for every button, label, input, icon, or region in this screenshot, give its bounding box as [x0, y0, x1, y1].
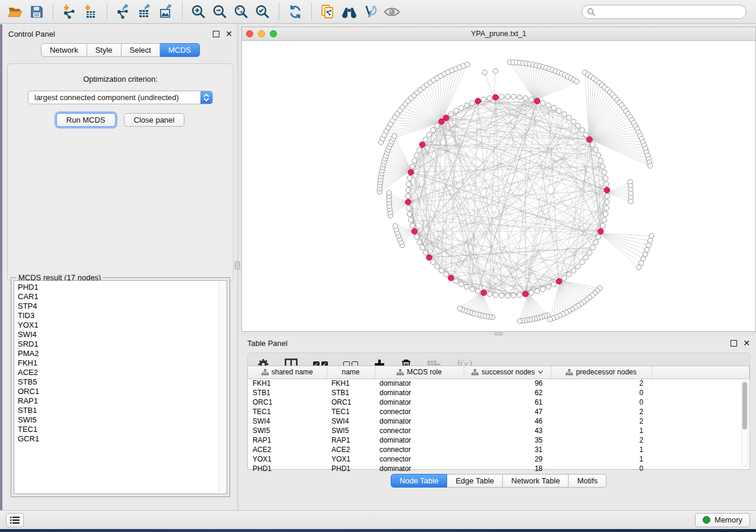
table-cell[interactable]: 18 [464, 464, 551, 473]
table-row[interactable]: STB1STB1dominator620 [248, 388, 749, 398]
show-graphics-button[interactable] [381, 2, 403, 21]
table-cell[interactable]: 43 [464, 426, 551, 435]
table-cell[interactable]: PHD1 [248, 464, 327, 473]
float-panel-icon[interactable] [731, 340, 737, 347]
table-row[interactable]: FKH1FKH1dominator962 [248, 379, 749, 388]
refresh-network-button[interactable] [285, 2, 306, 21]
table-cell[interactable]: 61 [464, 398, 551, 407]
table-cell[interactable]: dominator [375, 435, 464, 445]
table-cell[interactable]: 2 [551, 435, 652, 445]
close-panel-icon[interactable]: ✕ [743, 340, 750, 347]
table-cell[interactable]: ACE2 [327, 445, 375, 454]
tab-network-table[interactable]: Network Table [503, 474, 569, 488]
mcds-result-item[interactable]: SRD1 [18, 339, 227, 349]
table-cell[interactable]: YOX1 [327, 454, 375, 464]
table-cell[interactable] [652, 454, 749, 464]
mcds-result-list[interactable]: PHD1CAR1STP4TID3YOX1SWI4SRD1PMA2FKH1ACE2… [14, 280, 227, 494]
mcds-result-item[interactable]: SWI5 [18, 415, 227, 425]
column-header-shared-name[interactable]: shared name [248, 366, 327, 379]
network-overview-button[interactable] [339, 2, 360, 21]
table-cell[interactable]: RAP1 [248, 435, 327, 445]
tab-style[interactable]: Style [87, 43, 122, 57]
table-cell[interactable]: 1 [551, 445, 652, 454]
table-cell[interactable] [652, 445, 749, 454]
task-history-button[interactable] [6, 513, 24, 527]
tab-select[interactable]: Select [122, 43, 160, 57]
table-cell[interactable]: SWI5 [248, 426, 327, 435]
mcds-result-item[interactable]: RAP1 [18, 396, 227, 406]
splitter-handle[interactable] [495, 332, 503, 335]
table-cell[interactable]: ACE2 [248, 445, 327, 454]
table-cell[interactable] [652, 407, 749, 416]
mcds-result-item[interactable]: TID3 [18, 311, 227, 321]
mcds-result-item[interactable]: STP4 [18, 302, 227, 311]
export-network-button[interactable] [113, 2, 134, 21]
mcds-result-item[interactable]: YOX1 [18, 321, 227, 330]
table-row[interactable]: ACE2ACE2connector311 [248, 445, 749, 454]
table-cell[interactable]: FKH1 [248, 379, 327, 388]
table-scrollbar[interactable] [741, 380, 748, 467]
table-cell[interactable]: 1 [551, 454, 652, 464]
zoom-selected-button[interactable] [252, 2, 273, 21]
table-cell[interactable]: FKH1 [327, 379, 375, 388]
table-cell[interactable]: TEC1 [327, 407, 375, 416]
zoom-in-button[interactable] [188, 2, 209, 21]
horizontal-splitter[interactable] [241, 332, 756, 336]
mcds-result-item[interactable]: PMA2 [18, 349, 227, 358]
search-box[interactable] [582, 5, 747, 19]
table-cell[interactable]: STB1 [248, 388, 327, 398]
table-cell[interactable] [652, 379, 749, 388]
table-cell[interactable]: 2 [551, 416, 652, 426]
node-table-header[interactable]: shared namenameMCDS rolesuccessor nodesp… [248, 366, 749, 379]
table-cell[interactable]: connector [375, 454, 464, 464]
mcds-result-item[interactable]: TEC1 [18, 425, 227, 434]
table-row[interactable]: RAP1RAP1dominator352 [248, 435, 749, 445]
hide-labels-button[interactable] [360, 2, 381, 21]
table-cell[interactable] [652, 398, 749, 407]
tab-edge-table[interactable]: Edge Table [447, 474, 503, 488]
mcds-result-item[interactable]: STB1 [18, 406, 227, 415]
mcds-result-item[interactable]: GCR1 [18, 434, 227, 444]
table-row[interactable]: ORC1ORC1dominator610 [248, 398, 749, 407]
clone-network-button[interactable] [317, 2, 339, 21]
table-cell[interactable] [652, 464, 749, 473]
table-cell[interactable]: SWI4 [248, 416, 327, 426]
tab-motifs[interactable]: Motifs [569, 474, 607, 488]
mcds-result-item[interactable]: ACE2 [18, 368, 227, 377]
table-cell[interactable]: dominator [375, 464, 464, 473]
mcds-result-item[interactable]: PHD1 [18, 283, 227, 292]
column-header-successor-nodes[interactable]: successor nodes [464, 366, 551, 379]
table-cell[interactable]: 35 [464, 435, 551, 445]
table-cell[interactable]: TEC1 [248, 407, 327, 416]
table-cell[interactable]: dominator [375, 379, 464, 388]
node-table[interactable]: shared namenameMCDS rolesuccessor nodesp… [248, 366, 749, 473]
save-session-button[interactable] [26, 2, 47, 21]
table-cell[interactable]: 31 [464, 445, 551, 454]
mcds-result-item[interactable]: CAR1 [18, 292, 227, 302]
table-cell[interactable]: 0 [551, 388, 652, 398]
table-cell[interactable]: 62 [464, 388, 551, 398]
scrollbar-thumb[interactable] [742, 382, 747, 430]
mcds-result-item[interactable]: STB5 [18, 377, 227, 387]
table-cell[interactable]: STB1 [327, 388, 375, 398]
tab-network[interactable]: Network [41, 43, 87, 57]
table-row[interactable]: PHD1PHD1dominator180 [248, 464, 749, 473]
zoom-out-button[interactable] [209, 2, 231, 21]
table-cell[interactable]: 47 [464, 407, 551, 416]
table-row[interactable]: YOX1YOX1connector291 [248, 454, 749, 464]
export-image-button[interactable] [155, 2, 177, 21]
network-window-titlebar[interactable]: YPA_prune.txt_1 [242, 27, 755, 41]
close-panel-button[interactable]: Close panel [124, 113, 185, 127]
table-cell[interactable] [652, 388, 749, 398]
table-row[interactable]: SWI5SWI5connector431 [248, 426, 749, 435]
table-cell[interactable]: PHD1 [327, 464, 375, 473]
column-header-MCDS-role[interactable]: MCDS role [375, 366, 464, 379]
zoom-fit-button[interactable] [231, 2, 252, 21]
table-cell[interactable]: 1 [551, 426, 652, 435]
run-mcds-button[interactable]: Run MCDS [56, 113, 116, 127]
table-cell[interactable]: ORC1 [327, 398, 375, 407]
import-table-button[interactable] [80, 2, 101, 21]
table-cell[interactable]: dominator [375, 416, 464, 426]
mcds-result-item[interactable]: SWI4 [18, 330, 227, 339]
tab-node-table[interactable]: Node Table [391, 474, 448, 488]
